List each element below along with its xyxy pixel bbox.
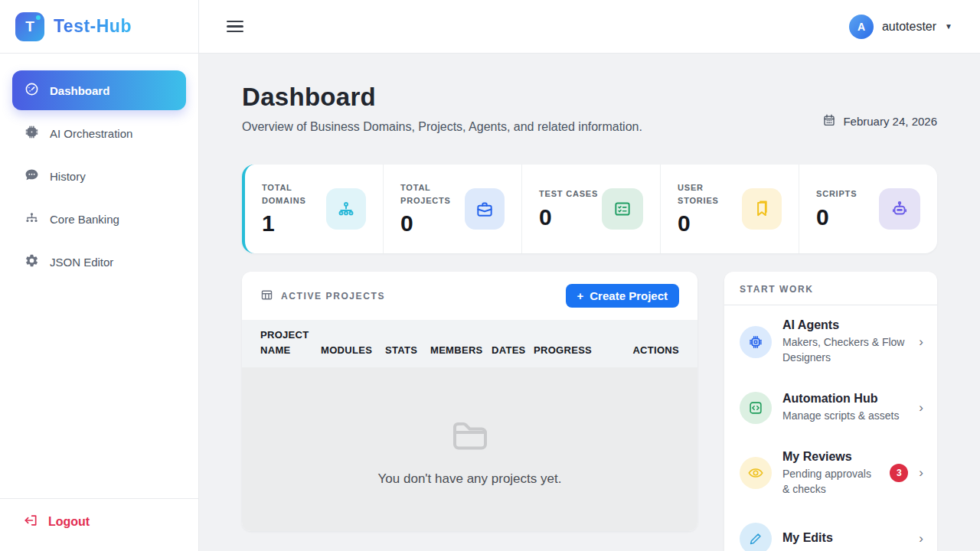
item-subtitle: Makers, Checkers & Flow Designers <box>782 334 908 366</box>
start-work-item-my-reviews[interactable]: My Reviews Pending approvals & checks 3 … <box>724 437 937 510</box>
sitemap-icon <box>326 188 366 230</box>
sidebar-item-label: AI Orchestration <box>50 127 132 140</box>
plus-icon: + <box>577 289 584 302</box>
sidebar-footer: Logout <box>0 498 198 551</box>
sidebar-item-json-editor[interactable]: JSON Editor <box>12 242 186 282</box>
stat-value: 1 <box>262 210 326 236</box>
active-projects-panel: ACTIVE PROJECTS + Create Project PROJECT… <box>242 272 697 531</box>
bookmark-icon <box>742 188 782 230</box>
sidebar: T Test-Hub Dashboard AI Orchestration <box>0 0 199 551</box>
stat-test-cases: TEST CASES 0 <box>522 165 661 253</box>
username: autotester <box>882 20 936 34</box>
calendar-icon <box>822 113 836 129</box>
checklist-icon <box>602 188 643 230</box>
stat-value: 0 <box>400 210 465 236</box>
start-work-item-text: My Edits <box>782 531 908 547</box>
logo-letter: T <box>25 18 34 35</box>
chevron-right-icon: › <box>919 531 923 546</box>
stat-user-stories: USER STORIES 0 <box>661 165 799 253</box>
sidebar-nav: Dashboard AI Orchestration History <box>0 54 198 498</box>
sidebar-item-ai-orchestration[interactable]: AI Orchestration <box>12 113 186 153</box>
stat-total-domains: TOTAL DOMAINS 1 <box>245 165 384 253</box>
folder-icon <box>447 412 493 461</box>
item-subtitle: Manage scripts & assets <box>782 408 908 423</box>
stat-label: TOTAL PROJECTS <box>400 181 465 207</box>
empty-message: You don't have any projects yet. <box>378 471 562 487</box>
brand: T Test-Hub <box>0 0 198 54</box>
chevron-down-icon: ▼ <box>945 22 952 31</box>
start-work-item-text: AI Agents Makers, Checkers & Flow Design… <box>782 318 908 366</box>
sitemap-icon <box>24 210 39 227</box>
stat-label: USER STORIES <box>678 181 742 207</box>
sidebar-item-label: History <box>50 170 86 183</box>
robot-icon <box>879 188 920 230</box>
panels-row: ACTIVE PROJECTS + Create Project PROJECT… <box>242 272 937 551</box>
logout-button[interactable]: Logout <box>23 513 175 531</box>
sidebar-item-label: JSON Editor <box>50 256 113 269</box>
projects-empty-state: You don't have any projects yet. <box>242 367 697 531</box>
gear-icon <box>24 253 39 270</box>
chat-icon <box>24 168 39 184</box>
main-content: Dashboard Overview of Business Domains, … <box>199 54 980 551</box>
column-progress: PROGRESS <box>534 343 632 358</box>
column-project-name: PROJECT NAME <box>260 328 321 358</box>
stat-label: TOTAL DOMAINS <box>262 181 326 207</box>
create-project-button[interactable]: + Create Project <box>566 284 679 308</box>
item-title: Automation Hub <box>782 392 908 406</box>
date-text: February 24, 2026 <box>843 115 937 128</box>
column-modules: MODULES <box>321 343 385 358</box>
code-icon <box>740 392 772 424</box>
column-members: MEMBERS <box>430 343 492 358</box>
stat-label: SCRIPTS <box>816 187 857 201</box>
brand-name: Test-Hub <box>54 16 132 37</box>
page-title: Dashboard <box>242 83 937 112</box>
stat-value: 0 <box>678 210 742 236</box>
stats-row: TOTAL DOMAINS 1 TOTAL PROJECTS 0 <box>242 165 937 253</box>
chevron-right-icon: › <box>919 334 923 350</box>
section-label-text: ACTIVE PROJECTS <box>281 291 385 302</box>
edit-icon <box>740 523 772 551</box>
chip-icon <box>740 326 772 358</box>
item-title: AI Agents <box>782 318 908 332</box>
reviews-count-badge: 3 <box>890 464 908 482</box>
start-work-item-text: My Reviews Pending approvals & checks <box>782 450 879 497</box>
gauge-icon <box>24 82 39 99</box>
app-logo: T <box>15 12 44 41</box>
item-title: My Edits <box>782 531 908 545</box>
column-actions: ACTIONS <box>632 343 679 358</box>
table-icon <box>260 289 273 304</box>
start-work-item-text: Automation Hub Manage scripts & assets <box>782 392 908 423</box>
item-subtitle: Pending approvals & checks <box>782 466 879 497</box>
sidebar-item-core-banking[interactable]: Core Banking <box>12 199 186 239</box>
item-title: My Reviews <box>782 450 879 464</box>
logo-dot <box>36 15 41 20</box>
stat-label: TEST CASES <box>539 187 598 201</box>
section-label: ACTIVE PROJECTS <box>260 289 385 304</box>
chevron-right-icon: › <box>919 400 923 416</box>
avatar: A <box>849 15 874 39</box>
column-stats: STATS <box>385 343 430 358</box>
logout-label: Logout <box>48 515 90 529</box>
user-menu[interactable]: A autotester ▼ <box>849 15 952 39</box>
hamburger-menu-icon[interactable] <box>227 18 243 36</box>
stat-value: 0 <box>816 204 857 230</box>
sidebar-item-label: Core Banking <box>50 213 119 226</box>
logout-icon <box>23 513 38 531</box>
start-work-panel: START WORK AI Agents Makers, Checkers & … <box>724 272 937 551</box>
stat-value: 0 <box>539 204 598 230</box>
start-work-item-my-edits[interactable]: My Edits › <box>724 510 937 551</box>
start-work-item-automation-hub[interactable]: Automation Hub Manage scripts & assets › <box>724 379 937 437</box>
column-dates: DATES <box>492 343 534 358</box>
chip-icon <box>24 125 39 142</box>
eye-icon <box>740 457 772 489</box>
date-display: February 24, 2026 <box>822 113 937 129</box>
stat-scripts: SCRIPTS 0 <box>799 165 937 253</box>
sidebar-item-dashboard[interactable]: Dashboard <box>12 70 186 110</box>
sidebar-item-history[interactable]: History <box>12 156 186 196</box>
projects-table-header: PROJECT NAME MODULES STATS MEMBERS DATES… <box>242 320 697 367</box>
chevron-right-icon: › <box>919 465 923 481</box>
page-header: Dashboard Overview of Business Domains, … <box>242 54 937 134</box>
start-work-item-ai-agents[interactable]: AI Agents Makers, Checkers & Flow Design… <box>724 305 937 379</box>
stat-total-projects: TOTAL PROJECTS 0 <box>384 165 522 253</box>
sidebar-item-label: Dashboard <box>50 84 109 97</box>
